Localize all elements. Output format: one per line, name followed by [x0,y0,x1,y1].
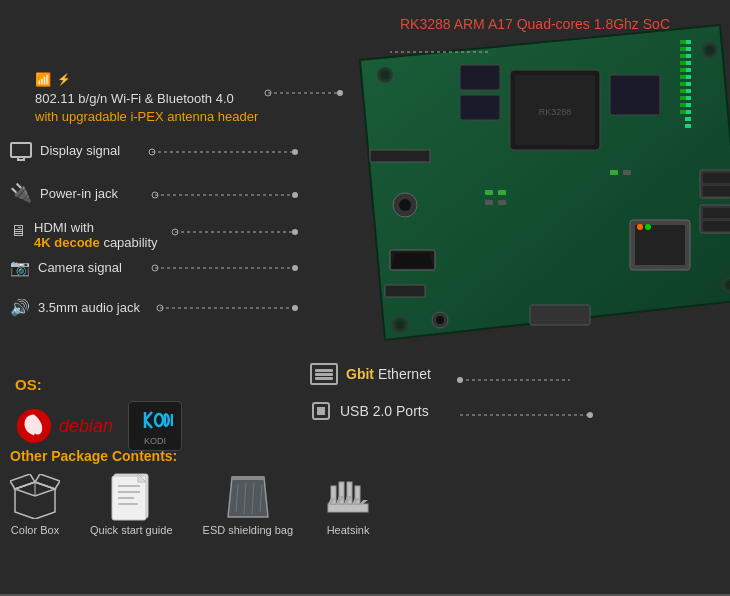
kodi-icon [137,406,173,434]
svg-rect-12 [685,117,691,121]
display-label: Display signal [10,142,120,158]
power-icon: 🔌 [10,182,32,204]
svg-rect-63 [623,170,631,175]
heatsink-icon [323,474,373,519]
gbit-label: Gbit Ethernet [310,363,431,385]
display-icon [10,142,32,158]
heatsink-label: Heatsink [327,524,370,536]
svg-point-74 [292,265,298,271]
svg-rect-34 [703,208,730,218]
svg-rect-44 [370,150,430,162]
hdmi-label: 🖥 HDMI with 4K decode capability [10,220,158,250]
svg-rect-29 [460,95,500,120]
svg-rect-57 [530,305,590,325]
svg-rect-28 [460,65,500,90]
quick-start-guide-icon [106,474,156,519]
power-label: 🔌 Power-in jack [10,182,118,204]
svg-rect-14 [680,40,686,44]
audio-icon: 🔊 [10,298,30,317]
svg-rect-37 [635,225,685,265]
svg-point-68 [292,149,298,155]
svg-rect-61 [498,200,506,205]
color-box-label: Color Box [11,524,59,536]
soc-text: RK3288 ARM A17 Quad-cores 1.8Ghz SoC [400,16,670,32]
audio-label: 🔊 3.5mm audio jack [10,298,140,317]
svg-rect-45 [385,285,425,297]
esd-bag-label: ESD shielding bag [203,524,294,536]
svg-rect-35 [703,221,730,231]
svg-point-76 [292,305,298,311]
svg-rect-18 [680,68,686,72]
svg-point-81 [265,90,271,96]
wifi-icon: 📶 [35,72,51,87]
svg-point-43 [399,199,411,211]
svg-rect-88 [317,407,325,415]
board-image: RK3288 [330,20,730,360]
svg-point-86 [157,305,163,311]
ethernet-icon [310,363,338,385]
svg-rect-13 [685,124,691,128]
svg-rect-32 [703,186,730,196]
debian-icon [15,407,53,445]
svg-rect-16 [680,54,686,58]
heatsink-item: Heatsink [323,474,373,536]
svg-rect-22 [680,96,686,100]
svg-rect-54 [610,75,660,115]
svg-point-72 [292,229,298,235]
quick-start-guide-label: Quick start guide [90,524,173,536]
svg-rect-114 [328,504,368,512]
svg-point-47 [381,71,389,79]
svg-rect-21 [680,89,686,93]
svg-rect-17 [680,61,686,65]
svg-point-56 [436,316,444,324]
os-logos: debian KODI [15,401,182,451]
svg-rect-62 [610,170,618,175]
svg-point-70 [292,192,298,198]
bt-icon: ⚡ [57,73,71,86]
svg-rect-58 [485,190,493,195]
svg-point-49 [706,46,714,54]
svg-point-38 [637,224,643,230]
esd-bag-icon [223,474,273,519]
os-label: OS: [15,376,182,393]
wifi-bt-label: 📶 ⚡ 802.11 b/g/n Wi-Fi & Bluetooth 4.0 w… [35,72,258,126]
svg-rect-59 [498,190,506,195]
camera-label: 📷 Camera signal [10,258,122,277]
soc-label: RK3288 ARM A17 Quad-cores 1.8Ghz SoC [400,15,670,35]
svg-rect-20 [680,82,686,86]
usb-icon [310,400,332,422]
svg-point-83 [152,192,158,198]
svg-rect-60 [485,200,493,205]
os-section: OS: debian [15,376,182,451]
debian-text: debian [59,416,113,437]
svg-marker-101 [35,474,60,489]
svg-rect-19 [680,75,686,79]
svg-point-85 [152,265,158,271]
color-box-item: Color Box [10,474,60,536]
color-box-icon [10,474,60,519]
svg-point-51 [396,321,404,329]
svg-point-39 [645,224,651,230]
svg-rect-15 [680,47,686,51]
svg-rect-24 [680,110,686,114]
svg-point-84 [172,229,178,235]
svg-marker-123 [360,500,368,504]
svg-rect-23 [680,103,686,107]
debian-logo: debian [15,407,113,445]
svg-point-80 [587,412,593,418]
package-items-list: Color Box Quick start guide [10,474,720,536]
svg-marker-100 [10,474,35,489]
svg-rect-109 [232,476,264,480]
usb-label: USB 2.0 Ports [310,400,429,422]
camera-icon: 📷 [10,258,30,277]
svg-text:RK3288: RK3288 [539,107,572,117]
quick-start-guide-item: Quick start guide [90,474,173,536]
kodi-text: KODI [144,436,166,446]
svg-point-82 [149,149,155,155]
other-contents-section: Other Package Contents: Color Box [10,448,720,536]
esd-bag-item: ESD shielding bag [203,474,294,536]
svg-rect-31 [703,173,730,183]
hdmi-icon: 🖥 [10,222,26,240]
svg-marker-41 [392,253,433,268]
svg-point-78 [457,377,463,383]
